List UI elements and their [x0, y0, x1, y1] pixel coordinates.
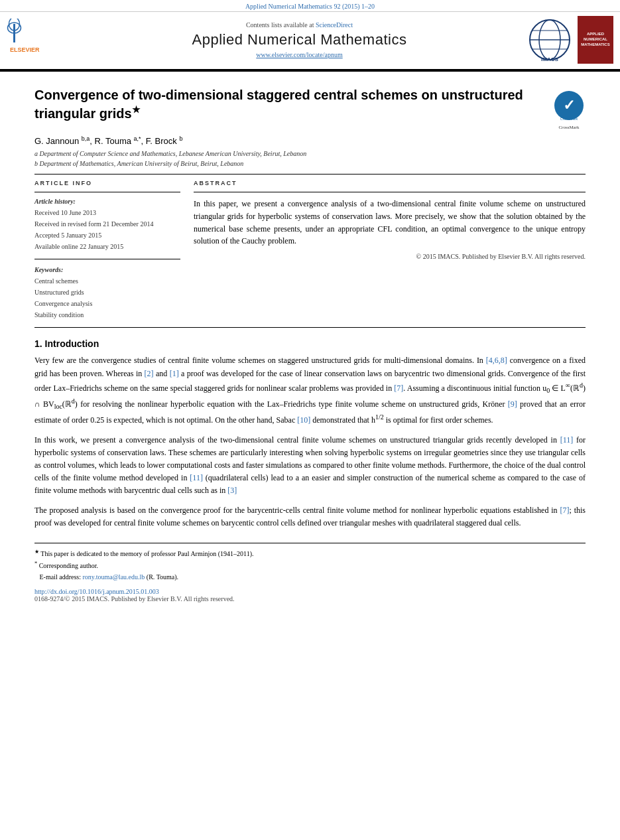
abstract-text: In this paper, we present a convergence … [194, 198, 586, 247]
divider-keywords [34, 259, 180, 259]
doi-line[interactable]: http://dx.doi.org/10.1016/j.apnum.2015.0… [34, 588, 586, 595]
keyword-4: Stability condition [34, 309, 180, 320]
copyright: © 2015 IMACS. Published by Elsevier B.V.… [194, 253, 586, 260]
elsevier-svg: ELSEVIER [7, 19, 73, 58]
sciencedirect-line: Contents lists available at ScienceDirec… [73, 21, 526, 29]
keywords-section: Keywords: Central schemes Unstructured g… [34, 266, 180, 320]
ref-10: [10] [297, 415, 310, 425]
journal-title-block: Contents lists available at ScienceDirec… [73, 21, 526, 58]
journal-header: Applied Numerical Mathematics 92 (2015) … [0, 0, 620, 70]
svg-text:CrossMark: CrossMark [560, 117, 578, 121]
divider-article-info [34, 192, 180, 192]
article-title-section: Convergence of two-dimensional staggered… [34, 86, 586, 130]
journal-citation: Applied Numerical Mathematics 92 (2015) … [245, 3, 375, 10]
article-title: Convergence of two-dimensional staggered… [34, 86, 532, 122]
keyword-1: Central schemes [34, 275, 180, 287]
crossmark-svg: ✓ CrossMark [552, 89, 586, 122]
sciencedirect-link[interactable]: ScienceDirect [316, 21, 353, 29]
page: Applied Numerical Mathematics 92 (2015) … [0, 0, 620, 840]
affiliation-b: b Department of Mathematics, American Un… [34, 159, 586, 169]
article-info-header: ARTICLE INFO [34, 180, 180, 186]
section-number: 1. [34, 338, 42, 349]
ref-2: [2] [145, 369, 154, 378]
revised-date: Received in revised form 21 December 201… [34, 218, 180, 230]
accepted-date: Accepted 5 January 2015 [34, 230, 180, 241]
divider-line-1 [34, 174, 586, 175]
journal-url[interactable]: www.elsevier.com/locate/apnum [73, 51, 526, 58]
article-history-label: Article history: [34, 198, 180, 205]
ref-468: [4,6,8] [486, 356, 507, 365]
crossmark: ✓ CrossMark CrossMark [552, 89, 586, 130]
received-date: Received 10 June 2013 [34, 207, 180, 218]
header-content: ELSEVIER Contents lists available at Sci… [0, 12, 620, 66]
svg-text:ELSEVIER: ELSEVIER [10, 46, 40, 53]
abstract-col: ABSTRACT In this paper, we present a con… [194, 180, 586, 320]
email-link[interactable]: rony.touma@lau.edu.lb [82, 573, 145, 581]
section-label: Introduction [45, 338, 99, 349]
journal-name: Applied Numerical Mathematics [73, 31, 526, 48]
section-title-introduction: 1. Introduction [34, 338, 586, 349]
ref-11a: [11] [560, 435, 574, 445]
divider-abstract [194, 192, 586, 192]
keywords-label: Keywords: [34, 266, 180, 273]
footnote-corresponding: * Corresponding author. [34, 559, 586, 571]
ref-3: [3] [227, 486, 237, 495]
issn-line: 0168-9274/© 2015 IMACS. Published by Els… [34, 595, 586, 602]
two-col-section: ARTICLE INFO Article history: Received 1… [34, 180, 586, 320]
svg-text:IMACS: IMACS [541, 56, 558, 62]
divider-body [34, 327, 586, 328]
intro-paragraph-1: Very few are the convergence studies of … [34, 354, 586, 427]
abstract-header: ABSTRACT [194, 180, 586, 186]
footnote-star: ★ This paper is dedicated to the memory … [34, 547, 586, 559]
footnotes: ★ This paper is dedicated to the memory … [34, 543, 586, 583]
authors: G. Jannoun b,a, R. Touma a,*, F. Brock b [34, 135, 586, 146]
journal-top-bar: Applied Numerical Mathematics 92 (2015) … [0, 0, 620, 12]
intro-paragraph-3: The proposed analysis is based on the co… [34, 504, 586, 529]
ref-7: [7] [394, 384, 403, 393]
footnote-email: E-mail address: rony.touma@lau.edu.lb (R… [34, 572, 586, 583]
elsevier-logo: ELSEVIER [7, 19, 73, 61]
ref-1: [1] [170, 369, 179, 378]
svg-text:✓: ✓ [563, 97, 575, 113]
article-dates: Received 10 June 2013 Received in revise… [34, 207, 180, 252]
keyword-2: Unstructured grids [34, 287, 180, 298]
ref-11b: [11] [190, 473, 203, 482]
affiliations: a Department of Computer Science and Mat… [34, 149, 586, 169]
imacs-logo-svg: IMACS [526, 16, 574, 64]
crossmark-label: CrossMark [552, 125, 586, 130]
article-body: Convergence of two-dimensional staggered… [0, 72, 620, 616]
article-info-col: ARTICLE INFO Article history: Received 1… [34, 180, 180, 320]
journal-cover: APPLIEDNUMERICALMATHEMATICS [578, 16, 613, 64]
ref-7b: [7] [560, 506, 569, 515]
intro-paragraph-2: In this work, we present a convergence a… [34, 434, 586, 498]
right-logos: IMACS APPLIEDNUMERICALMATHEMATICS [526, 16, 613, 64]
title-star: ★ [132, 104, 141, 115]
affiliation-a: a Department of Computer Science and Mat… [34, 149, 586, 159]
ref-9: [9] [508, 399, 517, 409]
keyword-3: Convergence analysis [34, 298, 180, 309]
available-date: Available online 22 January 2015 [34, 241, 180, 252]
